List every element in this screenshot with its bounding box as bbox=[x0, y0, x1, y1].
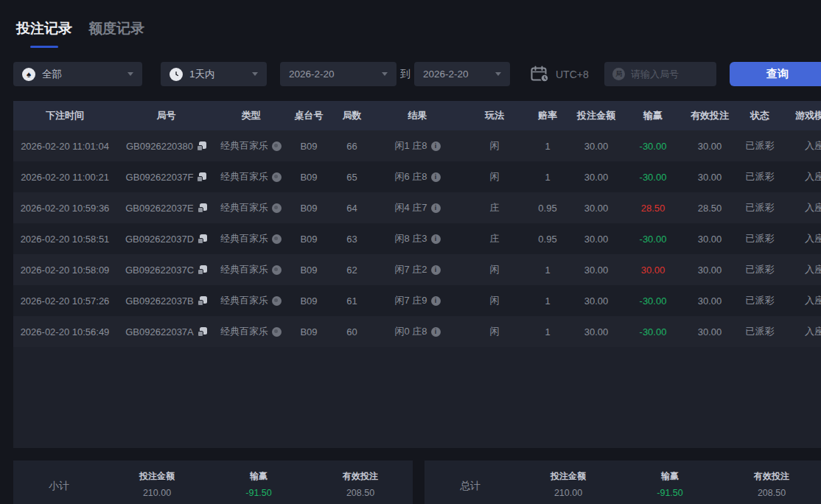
calendar-clock-icon[interactable] bbox=[531, 66, 549, 83]
result-text: 闲8 庄3 bbox=[394, 232, 427, 245]
table-row: 2026-02-20 10:59:36GB092622037E经典百家乐B096… bbox=[13, 192, 821, 223]
stat-value: -91.50 bbox=[657, 488, 682, 498]
cell-table-no: B09 bbox=[286, 172, 332, 183]
cell-play: 闲 bbox=[463, 263, 526, 276]
copy-icon[interactable] bbox=[197, 141, 206, 151]
cell-round-id: GB092622037C bbox=[116, 265, 216, 276]
bet-records-table: 下注时间局号类型桌台号局数结果玩法赔率投注金额输赢有效投注状态游戏模式 2026… bbox=[13, 101, 821, 448]
cell-result: 闲1 庄8i bbox=[372, 139, 463, 153]
cell-round-no: 65 bbox=[332, 172, 372, 183]
chevron-down-icon bbox=[495, 72, 501, 76]
info-icon[interactable]: i bbox=[431, 203, 441, 213]
status-text: 已派彩 bbox=[746, 232, 775, 245]
bet-amount-text: 30.00 bbox=[584, 141, 609, 152]
round-id-text: GB092622037F bbox=[126, 172, 194, 183]
valid-bet-text: 30.00 bbox=[698, 234, 722, 245]
cell-bet-time: 2026-02-20 11:00:21 bbox=[13, 172, 116, 183]
info-icon[interactable]: i bbox=[431, 265, 441, 275]
bet-amount-text: 30.00 bbox=[584, 265, 609, 276]
win-loss-text: -30.00 bbox=[640, 172, 667, 183]
copy-icon[interactable] bbox=[197, 172, 206, 182]
cell-round-no: 66 bbox=[332, 141, 372, 152]
table-no-text: B09 bbox=[300, 326, 317, 337]
info-icon[interactable]: i bbox=[431, 296, 441, 306]
bet-time-text: 2026-02-20 10:59:36 bbox=[21, 203, 110, 214]
column-header-3: 桌台号 bbox=[286, 109, 332, 122]
game-type-select[interactable]: ♠ 全部 bbox=[13, 62, 142, 86]
info-icon[interactable]: i bbox=[431, 141, 441, 151]
win-loss-text: -30.00 bbox=[640, 234, 667, 245]
result-text: 闲0 庄8 bbox=[394, 325, 427, 338]
total-panel: 总计 投注金额210.00输赢-91.50有效投注208.50 bbox=[425, 461, 821, 504]
round-no-text: 65 bbox=[346, 172, 357, 183]
stat-value: 208.50 bbox=[343, 488, 378, 498]
cell-win-loss: -30.00 bbox=[623, 295, 682, 307]
column-header-1: 局号 bbox=[116, 109, 216, 122]
cell-game-mode: 入座 bbox=[783, 294, 821, 307]
bet-time-text: 2026-02-20 11:00:21 bbox=[21, 172, 109, 183]
round-number-input[interactable] bbox=[604, 62, 716, 86]
time-range-select[interactable]: 1天内 bbox=[161, 62, 267, 86]
win-loss-text: -30.00 bbox=[640, 326, 667, 337]
result-text: 闲4 庄7 bbox=[394, 201, 427, 214]
cell-round-no: 62 bbox=[332, 265, 372, 276]
tab-bet-records[interactable]: 投注记录 bbox=[16, 19, 72, 48]
column-header-6: 玩法 bbox=[463, 109, 526, 122]
column-header-10: 有效投注 bbox=[682, 109, 737, 122]
table-row: 2026-02-20 11:01:04GB0926220380经典百家乐B096… bbox=[13, 130, 821, 161]
round-no-text: 63 bbox=[346, 234, 357, 245]
subtotal-label: 小计 bbox=[49, 480, 69, 493]
cell-game-type: 经典百家乐 bbox=[216, 294, 286, 307]
copy-icon[interactable] bbox=[198, 296, 207, 306]
stat-label: 投注金额 bbox=[139, 470, 175, 483]
table-row: 2026-02-20 11:00:21GB092622037F经典百家乐B096… bbox=[13, 161, 821, 192]
valid-bet-text: 30.00 bbox=[698, 295, 722, 307]
valid-bet-text: 30.00 bbox=[698, 265, 722, 276]
cell-round-id: GB092622037B bbox=[116, 295, 216, 307]
status-text: 已派彩 bbox=[746, 139, 775, 153]
column-header-9: 输赢 bbox=[623, 109, 682, 122]
cell-status: 已派彩 bbox=[737, 263, 783, 276]
table-row: 2026-02-20 10:56:49GB092622037A经典百家乐B096… bbox=[13, 316, 821, 347]
copy-icon[interactable] bbox=[198, 327, 207, 337]
cell-valid-bet: 30.00 bbox=[682, 265, 737, 276]
round-id-text: GB092622037B bbox=[125, 295, 194, 307]
cell-status: 已派彩 bbox=[737, 201, 783, 214]
date-to-select[interactable]: 2026-2-20 bbox=[414, 62, 510, 86]
tab-quota-records[interactable]: 额度记录 bbox=[88, 19, 144, 48]
copy-icon[interactable] bbox=[198, 203, 207, 213]
cell-win-loss: 30.00 bbox=[623, 265, 682, 276]
date-from-select[interactable]: 2026-2-20 bbox=[280, 62, 396, 86]
cell-play: 庄 bbox=[463, 232, 526, 245]
copy-icon[interactable] bbox=[198, 234, 207, 244]
total-stat-1: 输赢-91.50 bbox=[657, 470, 682, 498]
table-no-text: B09 bbox=[300, 172, 317, 183]
filter-bar: ♠ 全部 1天内 2026-2-20 到 2026-2-20 UTC bbox=[0, 62, 821, 86]
stat-value: -91.50 bbox=[245, 488, 271, 498]
cell-play: 庄 bbox=[463, 201, 526, 214]
column-header-12: 游戏模式 bbox=[783, 109, 821, 122]
info-icon[interactable]: i bbox=[431, 234, 441, 244]
status-text: 已派彩 bbox=[746, 325, 775, 338]
cell-game-type: 经典百家乐 bbox=[216, 170, 286, 183]
info-icon[interactable]: i bbox=[431, 327, 441, 337]
cell-round-no: 64 bbox=[332, 203, 372, 214]
play-text: 庄 bbox=[490, 201, 500, 214]
copy-icon[interactable] bbox=[198, 265, 207, 275]
table-no-text: B09 bbox=[300, 203, 317, 214]
column-header-11: 状态 bbox=[737, 109, 783, 122]
cell-valid-bet: 30.00 bbox=[682, 172, 737, 183]
stat-label: 有效投注 bbox=[754, 470, 789, 483]
date-to-value: 2026-2-20 bbox=[423, 69, 469, 80]
cell-valid-bet: 30.00 bbox=[682, 141, 737, 152]
play-text: 闲 bbox=[490, 294, 500, 307]
tab-bar: 投注记录 额度记录 bbox=[16, 19, 144, 48]
table-body: 2026-02-20 11:01:04GB0926220380经典百家乐B096… bbox=[13, 130, 821, 347]
column-header-2: 类型 bbox=[216, 109, 286, 122]
cell-game-type: 经典百家乐 bbox=[216, 263, 286, 276]
info-icon[interactable]: i bbox=[431, 172, 441, 182]
odds-text: 1 bbox=[545, 265, 550, 276]
query-button[interactable]: 查询 bbox=[730, 62, 821, 86]
cell-table-no: B09 bbox=[286, 295, 332, 307]
cell-bet-amount: 30.00 bbox=[569, 326, 623, 337]
